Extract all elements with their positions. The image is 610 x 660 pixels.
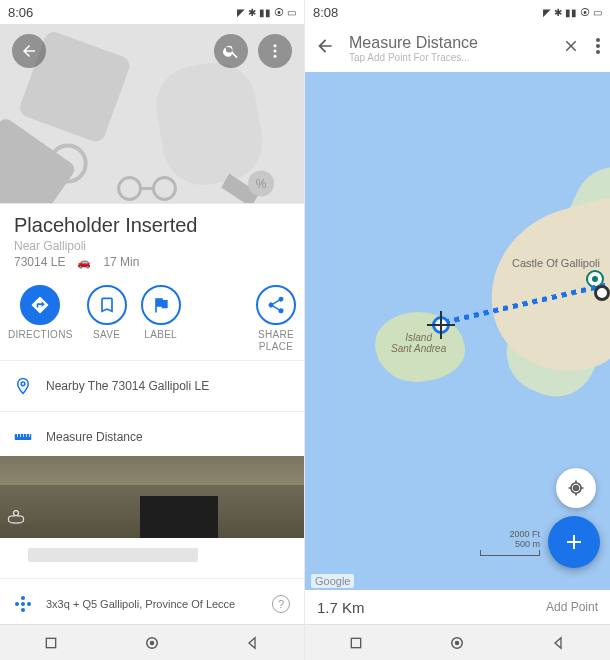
svg-point-22	[596, 38, 600, 42]
my-location-button[interactable]	[556, 468, 596, 508]
svg-rect-14	[17, 434, 18, 437]
pin-address-row[interactable]	[0, 538, 304, 572]
share-icon	[266, 295, 286, 315]
car-icon: 🚗	[77, 256, 91, 269]
scale-top: 2000 Ft	[480, 529, 540, 539]
share-action[interactable]: SHARE PLACE	[256, 285, 296, 352]
system-nav-bar	[0, 624, 304, 660]
label-action[interactable]: LABEL	[141, 285, 181, 340]
status-time: 8:06	[8, 5, 33, 20]
bluetooth-icon: ✱	[248, 7, 256, 18]
map-scale: 2000 Ft 500 m	[480, 529, 540, 556]
bookmark-icon	[97, 295, 117, 315]
directions-label: DIRECTIONS	[8, 329, 73, 340]
back-button[interactable]	[12, 34, 46, 68]
right-phone: 8:08 ◤ ✱ ▮▮ ⦿ ▭ Measure Distance Tap Add…	[305, 0, 610, 660]
pluscode-icon	[14, 595, 32, 613]
location-icon: ◤	[543, 7, 551, 18]
svg-rect-17	[26, 434, 27, 437]
svg-rect-19	[46, 638, 55, 647]
nearby-text: Nearby The 73014 Gallipoli LE	[46, 379, 209, 393]
overflow-button[interactable]	[596, 38, 600, 58]
scale-bottom: 500 m	[480, 539, 540, 549]
hero-image: %	[0, 24, 304, 204]
svg-text:%: %	[256, 177, 267, 191]
save-action[interactable]: SAVE	[87, 285, 127, 340]
overflow-button[interactable]	[258, 34, 292, 68]
svg-rect-15	[20, 434, 21, 437]
search-icon	[222, 42, 240, 60]
google-logo: Google	[311, 574, 354, 588]
status-bar: 8:08 ◤ ✱ ▮▮ ⦿ ▭	[305, 0, 610, 24]
streetview-icon	[6, 508, 26, 532]
svg-rect-18	[29, 434, 30, 437]
mainland	[472, 195, 610, 388]
save-label: SAVE	[93, 329, 120, 340]
share-label: SHARE	[258, 329, 294, 340]
back-button[interactable]	[315, 36, 335, 60]
pin-outline-icon	[14, 377, 32, 395]
label-label: LABEL	[144, 329, 177, 340]
place-title: Placeholder Inserted	[14, 214, 290, 237]
my-location-icon	[566, 478, 586, 498]
nav-home-button[interactable]	[142, 633, 162, 653]
map-canvas[interactable]: IslandSant Andrea Castle Of Gallipoli 20…	[305, 72, 610, 596]
help-icon[interactable]: ?	[272, 595, 290, 613]
pluscode-row[interactable]: 3x3q + Q5 Gallipoli, Province Of Lecce ?	[0, 585, 304, 623]
status-icons: ◤ ✱ ▮▮ ⦿ ▭	[237, 7, 296, 18]
battery-icon: ▭	[593, 7, 602, 18]
measure-top-bar: Measure Distance Tap Add Point For Trace…	[305, 24, 610, 72]
measure-endpoint-end[interactable]	[594, 285, 610, 301]
nearby-row[interactable]: Nearby The 73014 Gallipoli LE	[0, 367, 304, 405]
svg-rect-16	[23, 434, 24, 437]
place-header: Placeholder Inserted Near Gallipoli 7301…	[0, 204, 304, 275]
nav-recent-button[interactable]	[346, 633, 366, 653]
svg-rect-25	[351, 638, 360, 647]
nav-home-button[interactable]	[447, 633, 467, 653]
measure-title: Measure Distance	[349, 34, 478, 52]
share-sublabel: PLACE	[259, 341, 293, 352]
place-postal: 73014 LE	[14, 255, 65, 269]
more-vert-icon	[596, 38, 600, 54]
flag-icon	[151, 295, 171, 315]
signal-icon: ▮▮	[259, 7, 271, 18]
battery-icon: ▭	[287, 7, 296, 18]
add-point-label: Add Point	[546, 600, 598, 614]
close-icon	[562, 37, 580, 55]
nav-back-button[interactable]	[549, 633, 569, 653]
status-icons: ◤ ✱ ▮▮ ⦿ ▭	[543, 7, 602, 18]
measure-endpoint-start[interactable]	[432, 316, 450, 334]
location-icon: ◤	[237, 7, 245, 18]
svg-point-12	[274, 55, 277, 58]
close-button[interactable]	[562, 37, 580, 59]
svg-point-10	[274, 44, 277, 47]
castle-label: Castle Of Gallipoli	[512, 257, 600, 269]
measure-text: Measure Distance	[46, 430, 143, 444]
arrow-left-icon	[20, 42, 38, 60]
plus-icon	[562, 530, 586, 554]
directions-action[interactable]: DIRECTIONS	[8, 285, 73, 340]
redacted-address	[28, 548, 198, 562]
streetview-photo[interactable]	[0, 456, 304, 538]
svg-point-11	[274, 50, 277, 53]
measure-distance-row[interactable]: Measure Distance	[0, 418, 304, 456]
distance-value: 1.7 Km	[317, 599, 365, 616]
status-time: 8:08	[313, 5, 338, 20]
bluetooth-icon: ✱	[554, 7, 562, 18]
arrow-left-icon	[315, 36, 335, 56]
nav-recent-button[interactable]	[41, 633, 61, 653]
add-point-fab[interactable]	[548, 516, 600, 568]
pluscode-text: 3x3q + Q5 Gallipoli, Province Of Lecce	[46, 598, 235, 610]
search-button[interactable]	[214, 34, 248, 68]
status-bar: 8:06 ◤ ✱ ▮▮ ⦿ ▭	[0, 0, 304, 24]
left-phone: 8:06 ◤ ✱ ▮▮ ⦿ ▭ %	[0, 0, 305, 660]
svg-point-24	[596, 50, 600, 54]
system-nav-bar	[305, 624, 610, 660]
crosshair-icon	[429, 313, 453, 337]
actions-row: DIRECTIONS SAVE LABEL SHARE PLACE	[0, 275, 304, 354]
svg-point-27	[455, 640, 460, 645]
nav-back-button[interactable]	[243, 633, 263, 653]
wifi-icon: ⦿	[580, 7, 590, 18]
signal-icon: ▮▮	[565, 7, 577, 18]
more-vert-icon	[266, 42, 284, 60]
